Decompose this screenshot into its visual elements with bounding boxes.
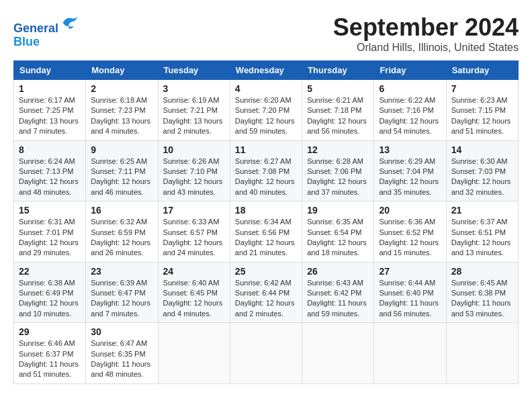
calendar-cell: 22Sunrise: 6:38 AMSunset: 6:49 PMDayligh… (14, 262, 86, 323)
calendar-cell: 9Sunrise: 6:25 AMSunset: 7:11 PMDaylight… (86, 140, 158, 201)
calendar-cell: 16Sunrise: 6:32 AMSunset: 6:59 PMDayligh… (86, 201, 158, 263)
calendar-cell: 15Sunrise: 6:31 AMSunset: 7:01 PMDayligh… (14, 201, 86, 263)
day-number: 10 (163, 144, 225, 155)
day-info: Sunrise: 6:31 AMSunset: 7:01 PMDaylight:… (19, 217, 81, 259)
calendar-cell: 17Sunrise: 6:33 AMSunset: 6:57 PMDayligh… (158, 201, 230, 263)
day-info: Sunrise: 6:17 AMSunset: 7:25 PMDaylight:… (19, 95, 81, 137)
calendar-cell: 11Sunrise: 6:27 AMSunset: 7:08 PMDayligh… (230, 140, 302, 201)
day-number: 16 (91, 205, 152, 216)
day-number: 14 (451, 144, 513, 155)
calendar-cell: 23Sunrise: 6:39 AMSunset: 6:47 PMDayligh… (86, 262, 158, 323)
week-row-2: 8Sunrise: 6:24 AMSunset: 7:13 PMDaylight… (14, 140, 519, 201)
week-row-1: 1Sunrise: 6:17 AMSunset: 7:25 PMDaylight… (14, 80, 519, 141)
day-info: Sunrise: 6:42 AMSunset: 6:44 PMDaylight:… (235, 278, 297, 320)
day-number: 27 (379, 266, 441, 277)
weekday-header-row: SundayMondayTuesdayWednesdayThursdayFrid… (14, 61, 519, 80)
day-number: 29 (19, 326, 81, 337)
weekday-header-saturday: Saturday (446, 61, 518, 80)
title-section: September 2024 Orland Hills, Illinois, U… (333, 13, 519, 54)
day-info: Sunrise: 6:40 AMSunset: 6:45 PMDaylight:… (163, 278, 225, 320)
calendar-cell (374, 323, 446, 384)
calendar-cell: 25Sunrise: 6:42 AMSunset: 6:44 PMDayligh… (230, 262, 302, 323)
day-info: Sunrise: 6:30 AMSunset: 7:03 PMDaylight:… (451, 156, 513, 198)
day-number: 6 (379, 83, 441, 94)
month-title: September 2024 (333, 13, 519, 42)
day-number: 4 (235, 83, 297, 94)
day-number: 7 (451, 83, 513, 94)
day-info: Sunrise: 6:22 AMSunset: 7:16 PMDaylight:… (379, 95, 441, 137)
day-info: Sunrise: 6:38 AMSunset: 6:49 PMDaylight:… (19, 278, 81, 320)
calendar-cell: 20Sunrise: 6:36 AMSunset: 6:52 PMDayligh… (374, 201, 446, 263)
day-info: Sunrise: 6:35 AMSunset: 6:54 PMDaylight:… (307, 217, 369, 259)
day-info: Sunrise: 6:33 AMSunset: 6:57 PMDaylight:… (163, 217, 225, 259)
calendar-cell: 19Sunrise: 6:35 AMSunset: 6:54 PMDayligh… (302, 201, 374, 263)
day-info: Sunrise: 6:19 AMSunset: 7:21 PMDaylight:… (163, 95, 225, 137)
day-info: Sunrise: 6:28 AMSunset: 7:06 PMDaylight:… (307, 156, 369, 198)
day-number: 18 (235, 205, 297, 216)
day-number: 17 (163, 205, 225, 216)
calendar-cell: 14Sunrise: 6:30 AMSunset: 7:03 PMDayligh… (446, 140, 518, 201)
location-title: Orland Hills, Illinois, United States (333, 42, 519, 54)
day-info: Sunrise: 6:18 AMSunset: 7:23 PMDaylight:… (91, 95, 152, 137)
calendar-cell: 30Sunrise: 6:47 AMSunset: 6:35 PMDayligh… (86, 323, 158, 384)
day-info: Sunrise: 6:44 AMSunset: 6:40 PMDaylight:… (379, 278, 441, 320)
calendar-cell (230, 323, 302, 384)
calendar-cell: 7Sunrise: 6:23 AMSunset: 7:15 PMDaylight… (446, 80, 518, 141)
weekday-header-thursday: Thursday (302, 61, 374, 80)
day-info: Sunrise: 6:26 AMSunset: 7:10 PMDaylight:… (163, 156, 225, 198)
day-info: Sunrise: 6:36 AMSunset: 6:52 PMDaylight:… (379, 217, 441, 259)
day-number: 23 (91, 266, 152, 277)
day-info: Sunrise: 6:23 AMSunset: 7:15 PMDaylight:… (451, 95, 513, 137)
calendar-cell (302, 323, 374, 384)
day-number: 30 (91, 326, 152, 337)
calendar-cell: 8Sunrise: 6:24 AMSunset: 7:13 PMDaylight… (14, 140, 86, 201)
calendar-cell: 1Sunrise: 6:17 AMSunset: 7:25 PMDaylight… (14, 80, 86, 141)
day-info: Sunrise: 6:46 AMSunset: 6:37 PMDaylight:… (19, 338, 81, 380)
calendar-cell (446, 323, 518, 384)
day-info: Sunrise: 6:24 AMSunset: 7:13 PMDaylight:… (19, 156, 81, 198)
weekday-header-friday: Friday (374, 61, 446, 80)
day-number: 3 (163, 83, 225, 94)
calendar-cell: 29Sunrise: 6:46 AMSunset: 6:37 PMDayligh… (14, 323, 86, 384)
day-number: 11 (235, 144, 297, 155)
calendar-cell: 12Sunrise: 6:28 AMSunset: 7:06 PMDayligh… (302, 140, 374, 201)
calendar-table: SundayMondayTuesdayWednesdayThursdayFrid… (13, 60, 519, 384)
calendar-cell: 26Sunrise: 6:43 AMSunset: 6:42 PMDayligh… (302, 262, 374, 323)
day-number: 8 (19, 144, 81, 155)
day-number: 24 (163, 266, 225, 277)
day-info: Sunrise: 6:32 AMSunset: 6:59 PMDaylight:… (91, 217, 152, 259)
calendar-cell: 24Sunrise: 6:40 AMSunset: 6:45 PMDayligh… (158, 262, 230, 323)
weekday-header-tuesday: Tuesday (158, 61, 230, 80)
calendar-cell: 4Sunrise: 6:20 AMSunset: 7:20 PMDaylight… (230, 80, 302, 141)
day-info: Sunrise: 6:27 AMSunset: 7:08 PMDaylight:… (235, 156, 297, 198)
day-number: 21 (451, 205, 513, 216)
weekday-header-monday: Monday (86, 61, 158, 80)
logo-bird-icon (60, 13, 79, 32)
logo: General Blue (13, 13, 79, 49)
day-number: 1 (19, 83, 81, 94)
day-number: 26 (307, 266, 369, 277)
day-info: Sunrise: 6:45 AMSunset: 6:38 PMDaylight:… (451, 278, 513, 320)
day-info: Sunrise: 6:20 AMSunset: 7:20 PMDaylight:… (235, 95, 297, 137)
day-number: 15 (19, 205, 81, 216)
page-header: General Blue September 2024 Orland Hills… (13, 13, 519, 54)
day-info: Sunrise: 6:47 AMSunset: 6:35 PMDaylight:… (91, 338, 152, 380)
calendar-cell: 27Sunrise: 6:44 AMSunset: 6:40 PMDayligh… (374, 262, 446, 323)
logo-line1: General (13, 21, 58, 35)
day-info: Sunrise: 6:29 AMSunset: 7:04 PMDaylight:… (379, 156, 441, 198)
day-number: 2 (91, 83, 152, 94)
day-info: Sunrise: 6:21 AMSunset: 7:18 PMDaylight:… (307, 95, 369, 137)
calendar-cell: 18Sunrise: 6:34 AMSunset: 6:56 PMDayligh… (230, 201, 302, 263)
calendar-cell: 28Sunrise: 6:45 AMSunset: 6:38 PMDayligh… (446, 262, 518, 323)
weekday-header-sunday: Sunday (14, 61, 86, 80)
calendar-cell: 5Sunrise: 6:21 AMSunset: 7:18 PMDaylight… (302, 80, 374, 141)
calendar-cell: 10Sunrise: 6:26 AMSunset: 7:10 PMDayligh… (158, 140, 230, 201)
week-row-5: 29Sunrise: 6:46 AMSunset: 6:37 PMDayligh… (14, 323, 519, 384)
day-number: 5 (307, 83, 369, 94)
calendar-cell: 13Sunrise: 6:29 AMSunset: 7:04 PMDayligh… (374, 140, 446, 201)
day-number: 19 (307, 205, 369, 216)
weekday-header-wednesday: Wednesday (230, 61, 302, 80)
calendar-cell: 3Sunrise: 6:19 AMSunset: 7:21 PMDaylight… (158, 80, 230, 141)
day-info: Sunrise: 6:43 AMSunset: 6:42 PMDaylight:… (307, 278, 369, 320)
day-number: 28 (451, 266, 513, 277)
